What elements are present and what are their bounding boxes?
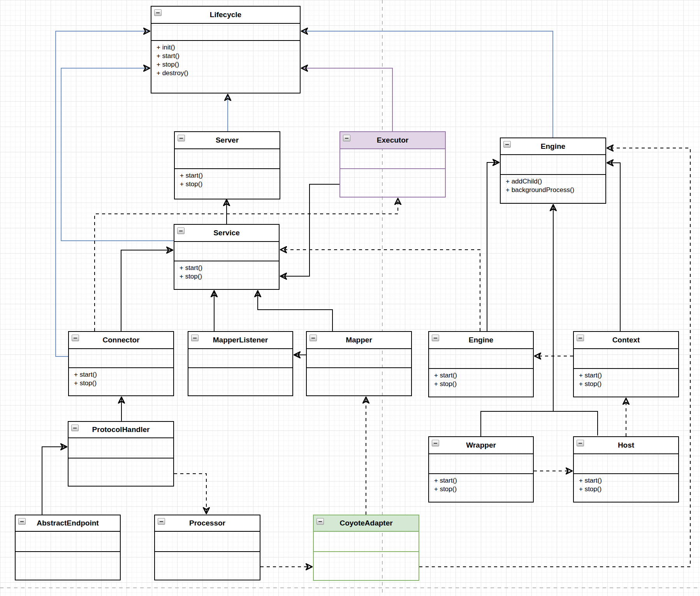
edge-service-to-lifecycle[interactable] [61,68,174,241]
class-title: Processor [189,519,225,527]
class-connector[interactable]: Connector + start() + stop() [68,331,174,396]
attributes-row [574,454,678,474]
class-title: Host [618,441,634,450]
methods-row [340,169,445,171]
edge-executor-to-service[interactable] [281,184,339,276]
method: + start() [579,476,678,485]
class-title: Service [213,229,240,237]
collapse-icon[interactable] [178,135,185,141]
attributes-row [314,532,419,552]
class-mapperlistener[interactable]: MapperListener [188,331,293,396]
class-title: Engine [541,142,565,151]
edge-abstractendpoint-to-protocolhandler[interactable] [42,447,66,515]
class-protocolhandler[interactable]: ProtocolHandler [68,421,174,487]
method: + destroy() [157,69,300,78]
class-title: Lifecycle [210,11,241,19]
method: + init() [157,43,300,52]
method: + stop() [74,379,173,388]
attributes-row [69,349,173,368]
method: + start() [180,171,280,180]
class-title: Server [216,136,239,145]
edge-engine-to-engine-top[interactable] [487,162,498,331]
methods-row: + start() + stop() [574,474,678,494]
edge-connector-to-lifecycle[interactable] [56,31,149,356]
class-wrapper[interactable]: Wrapper + start() + stop() [428,436,534,503]
collapse-icon[interactable] [343,135,350,141]
methods-row: + start() + stop() [574,369,678,388]
collapse-icon[interactable] [72,335,79,341]
methods-row: + addChild() + backgroundProcess() [501,175,605,194]
edge-executor-to-lifecycle[interactable] [302,68,392,131]
class-executor[interactable]: Executor [339,131,446,197]
attributes-row [175,149,280,169]
class-title: Connector [103,336,140,344]
class-server[interactable]: Server + start() + stop() [174,131,280,199]
attributes-row [151,24,300,41]
class-context[interactable]: Context + start() + stop() [573,331,679,397]
attributes-row [174,242,279,261]
class-coyoteadapter[interactable]: CoyoteAdapter [313,515,419,581]
class-abstractendpoint[interactable]: AbstractEndpoint [15,515,121,580]
collapse-icon[interactable] [154,9,162,16]
method: + stop() [179,272,279,281]
diagram-canvas: Lifecycle + init() + start() + stop() + … [0,0,700,596]
method: + addChild() [506,177,605,186]
class-title: Engine [469,336,493,344]
methods-row: + init() + start() + stop() + destroy() [151,41,300,78]
method: + stop() [157,60,300,69]
collapse-icon[interactable] [310,335,317,341]
methods-row: + start() + stop() [69,368,173,388]
collapse-icon[interactable] [158,518,165,525]
class-service[interactable]: Service + start() + stop() [174,224,280,290]
method: + start() [74,370,173,379]
collapse-icon[interactable] [432,440,439,446]
collapse-icon[interactable] [577,335,584,341]
attributes-row [429,349,533,369]
edge-context-to-engine-top[interactable] [608,163,620,331]
methods-row [188,368,292,370]
method: + stop() [180,180,280,189]
edge-protocolhandler-to-processor[interactable] [174,474,206,513]
methods-row: + start() + stop() [174,261,279,281]
edge-engine-to-service[interactable] [281,250,480,331]
methods-row [155,552,260,554]
edges-layer [0,0,700,596]
attributes-row [340,149,445,169]
attributes-row [501,155,605,175]
attributes-row [188,349,292,368]
class-mapper[interactable]: Mapper [306,331,412,396]
methods-row [314,552,419,554]
method: + start() [434,371,533,380]
class-title: Executor [377,136,408,145]
attributes-row [69,438,173,458]
methods-row [16,552,120,554]
method: + start() [179,264,279,272]
method: + stop() [579,485,678,494]
edge-engine-top-to-lifecycle[interactable] [302,31,553,138]
class-engine-top[interactable]: Engine + addChild() + backgroundProcess(… [500,138,606,204]
class-engine[interactable]: Engine + start() + stop() [428,331,534,397]
collapse-icon[interactable] [317,518,324,525]
class-title: Context [612,336,640,344]
collapse-icon[interactable] [432,335,439,341]
collapse-icon[interactable] [71,425,79,431]
class-lifecycle[interactable]: Lifecycle + init() + start() + stop() + … [151,6,301,93]
methods-row [307,368,411,370]
collapse-icon[interactable] [177,227,185,234]
method: + start() [434,476,533,485]
collapse-icon[interactable] [503,141,511,148]
collapse-icon[interactable] [191,335,199,341]
edge-mapper-to-service[interactable] [258,291,332,331]
class-host[interactable]: Host + start() + stop() [573,436,679,503]
class-processor[interactable]: Processor [154,515,260,580]
attributes-row [16,532,120,552]
attributes-row [574,349,678,369]
class-title: CoyoteAdapter [339,519,392,527]
method: + stop() [434,380,533,388]
collapse-icon[interactable] [18,518,26,525]
method: + start() [579,371,678,380]
edge-connector-to-service[interactable] [121,250,172,331]
edge-wrapper-host-branch[interactable] [481,411,598,436]
methods-row [69,458,173,461]
collapse-icon[interactable] [577,440,584,446]
